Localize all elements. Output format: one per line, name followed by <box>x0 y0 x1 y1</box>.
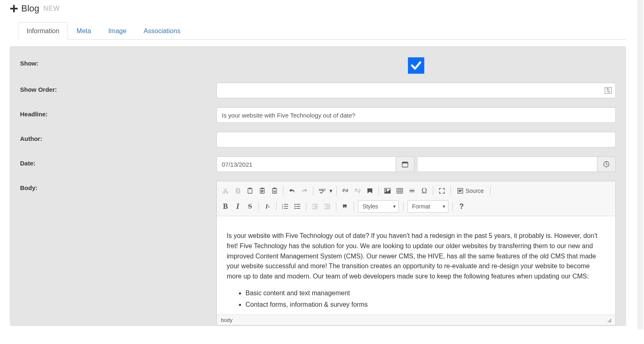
page-header: Blog NEW <box>10 0 626 22</box>
separator <box>276 202 277 211</box>
spellcheck-icon[interactable]: ABC <box>316 185 328 197</box>
author-input[interactable] <box>216 132 616 147</box>
form-panel: Show: Show Order: ⇅ Headline: Author: <box>10 46 626 326</box>
calendar-icon[interactable] <box>396 156 414 172</box>
label-body: Body: <box>20 181 216 191</box>
svg-rect-34 <box>296 208 300 209</box>
italic-icon[interactable]: I <box>232 200 244 213</box>
editor-toolbar: W ABC ▾ <box>217 181 615 216</box>
separator <box>306 202 306 211</box>
source-button[interactable]: Source <box>453 185 488 197</box>
blockquote-icon[interactable]: ❞ <box>339 200 351 213</box>
page-scrollbar[interactable] <box>637 0 643 329</box>
time-input[interactable] <box>418 156 597 172</box>
undo-icon[interactable] <box>286 185 298 197</box>
separator <box>433 186 433 195</box>
clock-icon[interactable] <box>597 156 616 172</box>
svg-rect-9 <box>236 188 239 192</box>
copy-icon[interactable] <box>232 185 244 197</box>
separator <box>450 186 451 195</box>
body-paragraph: Is your website with Five Technology out… <box>227 231 606 282</box>
resize-handle-icon[interactable] <box>607 318 611 322</box>
image-icon[interactable] <box>381 185 394 197</box>
svg-rect-14 <box>261 188 263 189</box>
redo-icon[interactable] <box>298 185 311 197</box>
paste-icon[interactable] <box>244 185 256 197</box>
svg-rect-26 <box>284 204 288 205</box>
svg-rect-37 <box>314 207 318 208</box>
svg-point-8 <box>226 192 228 193</box>
separator <box>313 186 313 195</box>
svg-point-30 <box>295 206 296 207</box>
table-icon[interactable] <box>394 185 406 197</box>
separator <box>453 202 453 211</box>
svg-rect-10 <box>237 190 240 193</box>
svg-rect-27 <box>284 206 288 207</box>
strikethrough-icon[interactable]: S <box>244 200 256 213</box>
separator <box>283 186 284 195</box>
paste-word-icon[interactable]: W <box>268 185 281 197</box>
svg-rect-40 <box>327 206 330 206</box>
show-order-input[interactable] <box>216 83 616 98</box>
separator <box>336 186 337 195</box>
spellcheck-dropdown-icon[interactable]: ▾ <box>328 185 334 197</box>
special-char-icon[interactable]: Ω <box>418 185 430 197</box>
separator <box>403 202 403 211</box>
tab-meta[interactable]: Meta <box>68 22 100 40</box>
remove-format-icon[interactable]: Ix <box>261 200 274 213</box>
svg-rect-42 <box>324 208 330 209</box>
separator <box>378 186 379 195</box>
label-headline: Headline: <box>20 107 216 118</box>
horizontal-line-icon[interactable] <box>406 185 418 197</box>
svg-point-31 <box>295 208 296 209</box>
editor-body[interactable]: Is your website with Five Technology out… <box>217 216 615 315</box>
svg-rect-33 <box>296 206 300 207</box>
svg-rect-3 <box>402 162 408 163</box>
svg-point-20 <box>386 190 387 191</box>
link-icon[interactable] <box>339 185 351 197</box>
svg-rect-41 <box>327 207 330 208</box>
unlink-icon[interactable] <box>351 185 364 197</box>
separator <box>490 186 491 195</box>
tab-information[interactable]: Information <box>18 22 68 40</box>
indent-icon[interactable] <box>321 200 333 213</box>
date-input[interactable] <box>216 156 396 172</box>
tab-associations[interactable]: Associations <box>135 22 189 40</box>
headline-input[interactable] <box>216 107 616 123</box>
list-item: Contact forms, information & survey form… <box>245 300 606 310</box>
svg-rect-38 <box>312 208 318 209</box>
label-author: Author: <box>20 132 216 142</box>
bold-icon[interactable]: B <box>219 200 232 213</box>
bullet-list-icon[interactable] <box>291 200 304 213</box>
editor-path: body <box>221 317 232 323</box>
list-item: Basic content and text management <box>245 288 606 299</box>
svg-rect-28 <box>284 208 288 209</box>
separator <box>259 202 259 211</box>
page-badge: NEW <box>43 5 60 12</box>
numbered-list-icon[interactable]: 123 <box>279 200 291 213</box>
cut-icon[interactable] <box>219 185 232 197</box>
format-select[interactable]: Format <box>408 200 448 213</box>
maximize-icon[interactable] <box>436 185 448 197</box>
svg-rect-36 <box>314 206 318 206</box>
svg-rect-4 <box>403 161 404 163</box>
separator <box>354 202 354 211</box>
paste-text-icon[interactable] <box>256 185 268 197</box>
separator <box>336 202 336 211</box>
svg-rect-13 <box>260 188 264 193</box>
svg-rect-5 <box>406 161 407 163</box>
help-icon[interactable]: ? <box>455 200 468 213</box>
svg-rect-1 <box>10 8 18 9</box>
styles-select[interactable]: Styles <box>358 200 399 213</box>
page-title: Blog <box>21 3 39 14</box>
svg-text:ABC: ABC <box>319 188 326 192</box>
anchor-icon[interactable] <box>364 185 376 197</box>
label-date: Date: <box>20 156 216 167</box>
show-checkbox[interactable] <box>408 57 424 74</box>
tabs: Information Meta Image Associations <box>18 22 626 40</box>
svg-rect-21 <box>397 188 403 193</box>
tab-image[interactable]: Image <box>100 22 135 40</box>
outdent-icon[interactable] <box>309 200 321 213</box>
svg-rect-35 <box>312 204 318 205</box>
svg-point-29 <box>295 204 296 205</box>
